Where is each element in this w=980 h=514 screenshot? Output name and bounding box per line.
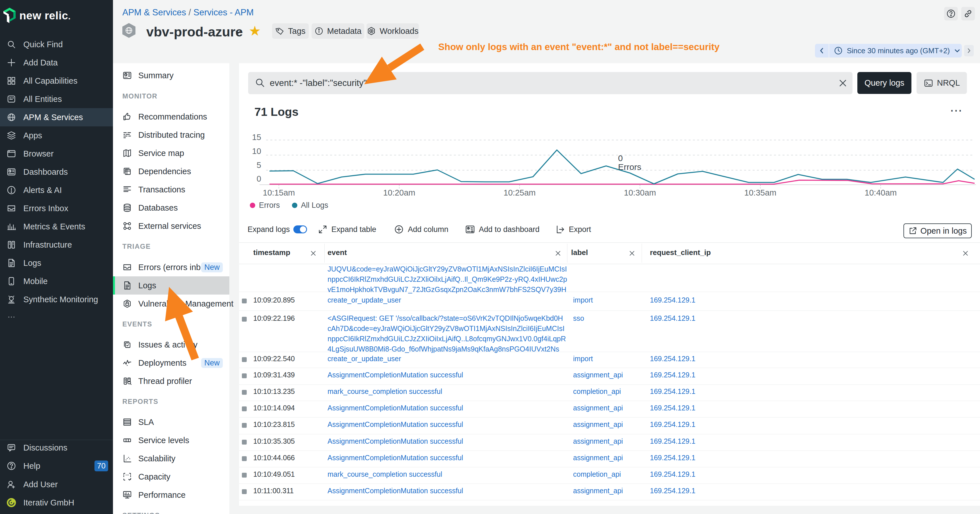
svg-text:Show only logs with an event ": Show only logs with an event "event:*" a…	[438, 41, 720, 52]
